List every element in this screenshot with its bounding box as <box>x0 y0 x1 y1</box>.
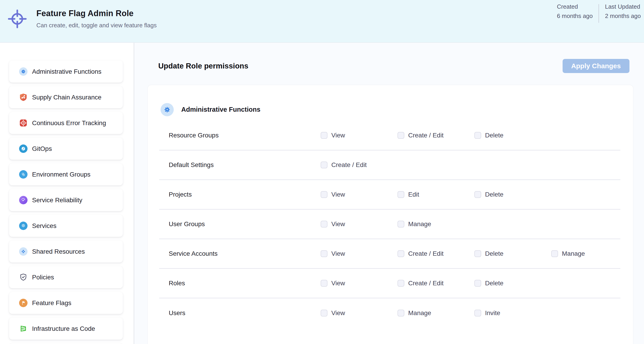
permission-view[interactable]: View <box>321 309 398 317</box>
checkbox-create-edit[interactable] <box>398 250 404 257</box>
permission-row-default-settings: Default Settings Create / Edit <box>159 150 620 180</box>
checkbox-view[interactable] <box>321 250 328 257</box>
sidebar-item-infrastructure-as-code[interactable]: Infrastructure as Code <box>9 318 123 340</box>
permission-row-users: Users View Manage Invite <box>159 298 620 328</box>
main-header: Update Role permissions Apply Changes <box>134 43 644 85</box>
sidebar-item-label: Policies <box>32 274 54 281</box>
resource-label: Resource Groups <box>169 132 321 139</box>
checkbox-view[interactable] <box>321 191 328 198</box>
permission-manage[interactable]: Manage <box>398 309 474 317</box>
reliability-check-icon <box>19 196 28 204</box>
checkbox-delete[interactable] <box>474 250 481 257</box>
permission-label: Delete <box>485 191 504 198</box>
page-title: Update Role permissions <box>158 62 248 70</box>
checkbox-manage[interactable] <box>398 310 404 316</box>
sidebar-item-feature-flags[interactable]: Feature Flags <box>9 292 123 314</box>
permission-label: Manage <box>408 309 431 317</box>
apply-changes-button[interactable]: Apply Changes <box>562 59 630 73</box>
section-title: Administrative Functions <box>181 106 260 113</box>
role-subtitle: Can create, edit, toggle and view featur… <box>36 22 157 29</box>
role-meta: Created 6 months ago Last Updated 2 mont… <box>557 3 641 23</box>
checkbox-create-edit[interactable] <box>321 162 328 168</box>
checkbox-view[interactable] <box>321 280 328 287</box>
resource-category-sidebar: Administrative Functions Supply Chain As… <box>0 43 134 344</box>
created-label: Created <box>557 3 593 10</box>
permission-delete[interactable]: Delete <box>474 280 551 287</box>
main-content: Update Role permissions Apply Changes Ad… <box>134 43 644 344</box>
error-target-icon <box>19 119 28 127</box>
sidebar-item-label: Administrative Functions <box>32 68 102 75</box>
permission-label: View <box>331 309 345 317</box>
checkbox-delete[interactable] <box>474 280 481 287</box>
sidebar-item-label: Continuous Error Tracking <box>32 119 106 127</box>
checkbox-view[interactable] <box>321 132 328 139</box>
sidebar-item-label: Infrastructure as Code <box>32 325 95 332</box>
permission-manage[interactable]: Manage <box>551 250 620 257</box>
permission-manage[interactable]: Manage <box>398 220 474 228</box>
permission-create-edit[interactable]: Create / Edit <box>398 250 474 257</box>
checkbox-create-edit[interactable] <box>398 132 404 139</box>
sidebar-item-policies[interactable]: Policies <box>9 266 123 288</box>
checkbox-delete[interactable] <box>474 132 481 139</box>
checkbox-edit[interactable] <box>398 191 404 198</box>
permission-view[interactable]: View <box>321 220 398 228</box>
sidebar-item-environment-groups[interactable]: Environment Groups <box>9 163 123 185</box>
permission-label: Create / Edit <box>408 132 444 139</box>
sidebar-item-continuous-error-tracking[interactable]: Continuous Error Tracking <box>9 112 123 134</box>
permission-delete[interactable]: Delete <box>474 191 551 198</box>
permission-label: View <box>331 280 345 287</box>
last-updated-label: Last Updated <box>605 3 641 10</box>
permission-label: View <box>331 220 345 228</box>
permission-label: Edit <box>408 191 419 198</box>
sidebar-item-label: Environment Groups <box>32 171 90 178</box>
gear-icon <box>160 103 174 116</box>
permission-label: Invite <box>485 309 500 317</box>
permission-label: Create / Edit <box>408 280 444 287</box>
permission-row-user-groups: User Groups View Manage <box>159 210 620 239</box>
permissions-panel: Administrative Functions Resource Groups… <box>148 85 633 344</box>
permission-delete[interactable]: Delete <box>474 132 551 139</box>
resource-label: Projects <box>169 191 321 198</box>
sidebar-item-services[interactable]: Services <box>9 215 123 237</box>
checkbox-manage[interactable] <box>398 221 404 227</box>
sidebar-item-label: Supply Chain Assurance <box>32 94 102 101</box>
sidebar-item-label: Service Reliability <box>32 197 82 204</box>
checkbox-invite[interactable] <box>474 310 481 316</box>
page-header: Feature Flag Admin Role Can create, edit… <box>0 0 644 43</box>
permission-row-projects: Projects View Edit Delete <box>159 180 620 210</box>
shield-check-icon <box>19 273 28 281</box>
permission-label: Manage <box>408 220 431 228</box>
shield-network-icon <box>19 93 28 102</box>
sidebar-item-gitops[interactable]: GitOps <box>9 138 123 160</box>
permission-view[interactable]: View <box>321 191 398 198</box>
checkbox-view[interactable] <box>321 221 328 227</box>
permission-invite[interactable]: Invite <box>474 309 551 317</box>
checkbox-view[interactable] <box>321 310 328 316</box>
checkbox-manage[interactable] <box>551 250 558 257</box>
resource-label: Default Settings <box>169 161 321 169</box>
target-crosshair-icon <box>8 10 26 29</box>
permission-view[interactable]: View <box>321 132 398 139</box>
checkbox-create-edit[interactable] <box>398 280 404 287</box>
permission-view[interactable]: View <box>321 250 398 257</box>
service-hexagon-icon <box>19 222 28 230</box>
permission-row-service-accounts: Service Accounts View Create / Edit Dele… <box>159 239 620 269</box>
sidebar-item-label: Services <box>32 222 56 230</box>
permission-create-edit[interactable]: Create / Edit <box>398 132 474 139</box>
permission-create-edit[interactable]: Create / Edit <box>398 280 474 287</box>
section-header-administrative-functions: Administrative Functions <box>159 85 620 121</box>
permission-create-edit[interactable]: Create / Edit <box>321 161 398 169</box>
sidebar-item-supply-chain-assurance[interactable]: Supply Chain Assurance <box>9 86 123 108</box>
sidebar-item-administrative-functions[interactable]: Administrative Functions <box>9 61 123 83</box>
sidebar-item-shared-resources[interactable]: Shared Resources <box>9 240 123 262</box>
hexagon-group-icon <box>19 170 28 179</box>
permission-label: View <box>331 250 345 257</box>
permission-row-resource-groups: Resource Groups View Create / Edit Delet… <box>159 121 620 150</box>
permission-view[interactable]: View <box>321 280 398 287</box>
permission-edit[interactable]: Edit <box>398 191 474 198</box>
sidebar-item-service-reliability[interactable]: Service Reliability <box>9 189 123 211</box>
permission-delete[interactable]: Delete <box>474 250 551 257</box>
permission-label: Delete <box>485 250 504 257</box>
permission-label: Delete <box>485 280 504 287</box>
checkbox-delete[interactable] <box>474 191 481 198</box>
